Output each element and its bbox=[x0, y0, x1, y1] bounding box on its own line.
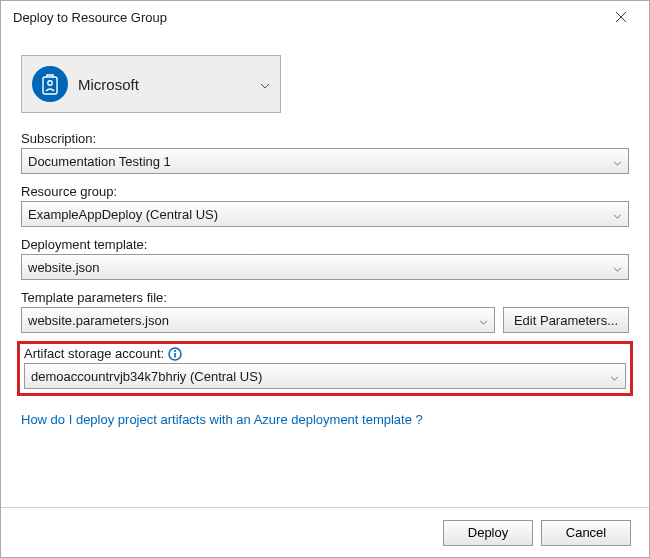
help-link[interactable]: How do I deploy project artifacts with a… bbox=[21, 412, 629, 427]
chevron-down-icon bbox=[260, 77, 270, 92]
dialog-content: Microsoft Subscription: Documentation Te… bbox=[1, 33, 649, 507]
deployment-template-select[interactable]: website.json bbox=[21, 254, 629, 280]
template-params-select[interactable]: website.parameters.json bbox=[21, 307, 495, 333]
info-icon[interactable] bbox=[168, 347, 182, 361]
svg-rect-5 bbox=[174, 353, 176, 358]
cancel-button[interactable]: Cancel bbox=[541, 520, 631, 546]
subscription-value: Documentation Testing 1 bbox=[28, 154, 171, 169]
template-params-value: website.parameters.json bbox=[28, 313, 169, 328]
dialog-title: Deploy to Resource Group bbox=[13, 10, 601, 25]
deploy-button[interactable]: Deploy bbox=[443, 520, 533, 546]
artifact-storage-label-row: Artifact storage account: bbox=[24, 346, 626, 361]
dialog-footer: Deploy Cancel bbox=[1, 507, 649, 557]
template-params-label: Template parameters file: bbox=[21, 290, 629, 305]
artifact-storage-select[interactable]: demoaccountrvjb34k7bhriy (Central US) bbox=[24, 363, 626, 389]
subscription-label: Subscription: bbox=[21, 131, 629, 146]
account-selector[interactable]: Microsoft bbox=[21, 55, 281, 113]
svg-point-3 bbox=[48, 81, 52, 85]
deployment-template-value: website.json bbox=[28, 260, 100, 275]
chevron-down-icon bbox=[613, 207, 622, 222]
account-name: Microsoft bbox=[78, 76, 260, 93]
svg-point-6 bbox=[174, 350, 176, 352]
chevron-down-icon bbox=[479, 313, 488, 328]
deploy-button-label: Deploy bbox=[468, 525, 508, 540]
badge-icon bbox=[32, 66, 68, 102]
resource-group-select[interactable]: ExampleAppDeploy (Central US) bbox=[21, 201, 629, 227]
close-button[interactable] bbox=[601, 3, 641, 31]
template-params-row: website.parameters.json Edit Parameters.… bbox=[21, 307, 629, 333]
cancel-button-label: Cancel bbox=[566, 525, 606, 540]
resource-group-value: ExampleAppDeploy (Central US) bbox=[28, 207, 218, 222]
resource-group-label: Resource group: bbox=[21, 184, 629, 199]
titlebar: Deploy to Resource Group bbox=[1, 1, 649, 33]
dialog-window: Deploy to Resource Group Microsoft bbox=[0, 0, 650, 558]
artifact-storage-label: Artifact storage account: bbox=[24, 346, 164, 361]
chevron-down-icon bbox=[613, 260, 622, 275]
edit-parameters-label: Edit Parameters... bbox=[514, 313, 618, 328]
subscription-select[interactable]: Documentation Testing 1 bbox=[21, 148, 629, 174]
artifact-storage-value: demoaccountrvjb34k7bhriy (Central US) bbox=[31, 369, 262, 384]
close-icon bbox=[615, 11, 627, 23]
artifact-storage-highlight: Artifact storage account: demoaccountrvj… bbox=[17, 341, 633, 396]
edit-parameters-button[interactable]: Edit Parameters... bbox=[503, 307, 629, 333]
chevron-down-icon bbox=[613, 154, 622, 169]
chevron-down-icon bbox=[610, 369, 619, 384]
deployment-template-label: Deployment template: bbox=[21, 237, 629, 252]
